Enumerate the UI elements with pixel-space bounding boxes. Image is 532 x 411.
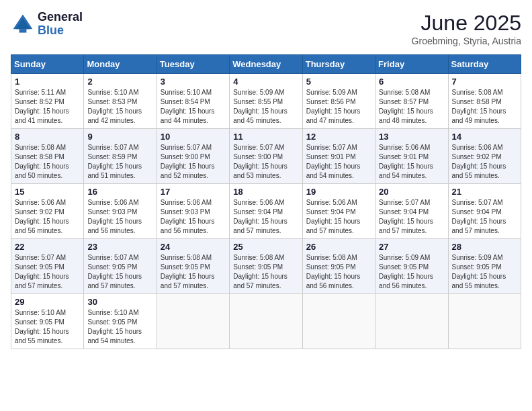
day-info: Sunrise: 5:10 AM Sunset: 9:05 PM Dayligh… <box>87 308 152 346</box>
day-number: 16 <box>87 187 152 197</box>
day-number: 30 <box>87 297 152 307</box>
day-info: Sunrise: 5:10 AM Sunset: 8:53 PM Dayligh… <box>87 88 152 126</box>
day-number: 13 <box>379 132 444 142</box>
location: Groebming, Styria, Austria <box>412 36 521 46</box>
day-cell <box>375 294 448 349</box>
week-row-4: 22Sunrise: 5:07 AM Sunset: 9:05 PM Dayli… <box>11 239 521 294</box>
day-cell: 30Sunrise: 5:10 AM Sunset: 9:05 PM Dayli… <box>84 294 157 349</box>
day-info: Sunrise: 5:09 AM Sunset: 8:56 PM Dayligh… <box>306 88 371 126</box>
day-cell: 5Sunrise: 5:09 AM Sunset: 8:56 PM Daylig… <box>302 74 375 129</box>
logo-line1: General <box>38 11 83 24</box>
day-info: Sunrise: 5:07 AM Sunset: 9:00 PM Dayligh… <box>233 143 298 181</box>
day-number: 28 <box>452 242 517 252</box>
day-number: 20 <box>379 187 444 197</box>
day-number: 6 <box>379 77 444 87</box>
day-info: Sunrise: 5:09 AM Sunset: 9:05 PM Dayligh… <box>379 253 444 291</box>
day-cell: 24Sunrise: 5:08 AM Sunset: 9:05 PM Dayli… <box>157 239 229 294</box>
day-cell: 18Sunrise: 5:06 AM Sunset: 9:04 PM Dayli… <box>230 184 302 239</box>
day-info: Sunrise: 5:08 AM Sunset: 8:58 PM Dayligh… <box>15 143 80 181</box>
day-cell: 12Sunrise: 5:07 AM Sunset: 9:01 PM Dayli… <box>302 129 375 184</box>
day-cell: 21Sunrise: 5:07 AM Sunset: 9:04 PM Dayli… <box>448 184 521 239</box>
day-number: 22 <box>15 242 80 252</box>
page-header: General Blue June 2025 Groebming, Styria… <box>11 11 521 46</box>
day-cell: 17Sunrise: 5:06 AM Sunset: 9:03 PM Dayli… <box>157 184 229 239</box>
day-number: 4 <box>233 77 298 87</box>
day-cell <box>448 294 521 349</box>
day-info: Sunrise: 5:07 AM Sunset: 9:00 PM Dayligh… <box>161 143 226 181</box>
day-info: Sunrise: 5:07 AM Sunset: 9:04 PM Dayligh… <box>452 198 517 236</box>
day-number: 9 <box>87 132 152 142</box>
day-info: Sunrise: 5:06 AM Sunset: 9:03 PM Dayligh… <box>87 198 152 236</box>
col-header-thursday: Thursday <box>302 55 375 74</box>
day-info: Sunrise: 5:08 AM Sunset: 8:58 PM Dayligh… <box>452 88 517 126</box>
week-row-1: 1Sunrise: 5:11 AM Sunset: 8:52 PM Daylig… <box>11 74 521 129</box>
day-info: Sunrise: 5:08 AM Sunset: 9:05 PM Dayligh… <box>233 253 298 291</box>
day-info: Sunrise: 5:10 AM Sunset: 9:05 PM Dayligh… <box>15 308 80 346</box>
day-cell: 10Sunrise: 5:07 AM Sunset: 9:00 PM Dayli… <box>157 129 229 184</box>
logo-icon <box>11 12 35 36</box>
col-header-tuesday: Tuesday <box>157 55 229 74</box>
day-number: 11 <box>233 132 298 142</box>
week-row-3: 15Sunrise: 5:06 AM Sunset: 9:02 PM Dayli… <box>11 184 521 239</box>
day-number: 8 <box>15 132 80 142</box>
day-number: 25 <box>233 242 298 252</box>
day-cell: 15Sunrise: 5:06 AM Sunset: 9:02 PM Dayli… <box>11 184 84 239</box>
day-info: Sunrise: 5:09 AM Sunset: 8:55 PM Dayligh… <box>233 88 298 126</box>
week-row-5: 29Sunrise: 5:10 AM Sunset: 9:05 PM Dayli… <box>11 294 521 349</box>
day-cell: 23Sunrise: 5:07 AM Sunset: 9:05 PM Dayli… <box>84 239 157 294</box>
day-cell: 1Sunrise: 5:11 AM Sunset: 8:52 PM Daylig… <box>11 74 84 129</box>
day-number: 18 <box>233 187 298 197</box>
col-header-saturday: Saturday <box>448 55 521 74</box>
day-info: Sunrise: 5:08 AM Sunset: 8:57 PM Dayligh… <box>379 88 444 126</box>
day-info: Sunrise: 5:07 AM Sunset: 9:01 PM Dayligh… <box>306 143 371 181</box>
day-cell: 14Sunrise: 5:06 AM Sunset: 9:02 PM Dayli… <box>448 129 521 184</box>
day-cell: 6Sunrise: 5:08 AM Sunset: 8:57 PM Daylig… <box>375 74 448 129</box>
day-cell: 19Sunrise: 5:06 AM Sunset: 9:04 PM Dayli… <box>302 184 375 239</box>
day-number: 2 <box>87 77 152 87</box>
day-cell: 4Sunrise: 5:09 AM Sunset: 8:55 PM Daylig… <box>230 74 302 129</box>
day-number: 29 <box>15 297 80 307</box>
day-info: Sunrise: 5:06 AM Sunset: 9:02 PM Dayligh… <box>15 198 80 236</box>
day-number: 19 <box>306 187 371 197</box>
calendar-table: SundayMondayTuesdayWednesdayThursdayFrid… <box>11 54 521 349</box>
day-number: 15 <box>15 187 80 197</box>
logo-line2: Blue <box>38 24 83 38</box>
day-info: Sunrise: 5:11 AM Sunset: 8:52 PM Dayligh… <box>15 88 80 126</box>
day-number: 17 <box>161 187 226 197</box>
day-cell: 27Sunrise: 5:09 AM Sunset: 9:05 PM Dayli… <box>375 239 448 294</box>
day-cell: 20Sunrise: 5:07 AM Sunset: 9:04 PM Dayli… <box>375 184 448 239</box>
day-cell: 13Sunrise: 5:06 AM Sunset: 9:01 PM Dayli… <box>375 129 448 184</box>
day-info: Sunrise: 5:06 AM Sunset: 9:04 PM Dayligh… <box>306 198 371 236</box>
col-header-sunday: Sunday <box>11 55 84 74</box>
day-number: 23 <box>87 242 152 252</box>
day-info: Sunrise: 5:07 AM Sunset: 9:05 PM Dayligh… <box>15 253 80 291</box>
day-info: Sunrise: 5:08 AM Sunset: 9:05 PM Dayligh… <box>306 253 371 291</box>
day-info: Sunrise: 5:08 AM Sunset: 9:05 PM Dayligh… <box>161 253 226 291</box>
day-number: 10 <box>161 132 226 142</box>
day-number: 12 <box>306 132 371 142</box>
day-cell: 28Sunrise: 5:09 AM Sunset: 9:05 PM Dayli… <box>448 239 521 294</box>
day-number: 27 <box>379 242 444 252</box>
day-info: Sunrise: 5:09 AM Sunset: 9:05 PM Dayligh… <box>452 253 517 291</box>
day-cell: 29Sunrise: 5:10 AM Sunset: 9:05 PM Dayli… <box>11 294 84 349</box>
day-info: Sunrise: 5:07 AM Sunset: 9:04 PM Dayligh… <box>379 198 444 236</box>
day-cell <box>157 294 229 349</box>
day-cell: 26Sunrise: 5:08 AM Sunset: 9:05 PM Dayli… <box>302 239 375 294</box>
day-info: Sunrise: 5:06 AM Sunset: 9:04 PM Dayligh… <box>233 198 298 236</box>
day-info: Sunrise: 5:06 AM Sunset: 9:03 PM Dayligh… <box>161 198 226 236</box>
day-cell: 25Sunrise: 5:08 AM Sunset: 9:05 PM Dayli… <box>230 239 302 294</box>
day-number: 26 <box>306 242 371 252</box>
title-block: June 2025 Groebming, Styria, Austria <box>412 11 521 46</box>
col-header-wednesday: Wednesday <box>230 55 302 74</box>
logo: General Blue <box>11 11 83 38</box>
day-cell: 22Sunrise: 5:07 AM Sunset: 9:05 PM Dayli… <box>11 239 84 294</box>
week-row-2: 8Sunrise: 5:08 AM Sunset: 8:58 PM Daylig… <box>11 129 521 184</box>
day-cell: 2Sunrise: 5:10 AM Sunset: 8:53 PM Daylig… <box>84 74 157 129</box>
day-number: 21 <box>452 187 517 197</box>
day-info: Sunrise: 5:06 AM Sunset: 9:01 PM Dayligh… <box>379 143 444 181</box>
day-info: Sunrise: 5:07 AM Sunset: 8:59 PM Dayligh… <box>87 143 152 181</box>
day-cell: 9Sunrise: 5:07 AM Sunset: 8:59 PM Daylig… <box>84 129 157 184</box>
day-cell: 8Sunrise: 5:08 AM Sunset: 8:58 PM Daylig… <box>11 129 84 184</box>
day-number: 14 <box>452 132 517 142</box>
day-cell: 7Sunrise: 5:08 AM Sunset: 8:58 PM Daylig… <box>448 74 521 129</box>
